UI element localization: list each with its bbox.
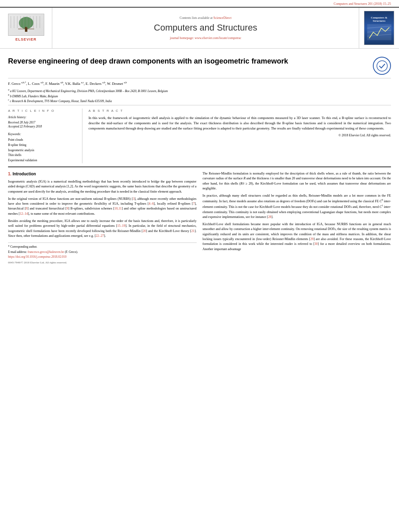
section-title: Introduction [12, 172, 36, 176]
email-label: E-mail address: [8, 250, 28, 254]
accepted-date: Accepted 22 February 2018 [8, 125, 77, 129]
intro-para-3: Besides avoiding the meshing procedure, … [8, 219, 197, 238]
svg-point-0 [19, 17, 33, 29]
email-name: (F. Greco). [65, 250, 78, 254]
article-title: Reverse engineering of deep drawn compon… [8, 57, 373, 66]
journal-cover-image: Computers & Structures [364, 11, 394, 45]
section-number: 1. [8, 172, 11, 176]
introduction-heading: 1. Introduction [8, 171, 197, 177]
journal-header: ELSEVIER Contents lists available at Sci… [0, 7, 399, 49]
svg-point-6 [377, 61, 387, 71]
keyword-4: Thin shells [8, 153, 77, 158]
main-body: 1. Introduction Isogeometric analysis (I… [8, 166, 391, 265]
article-info-header: A R T I C L E I N F O [8, 109, 77, 113]
copyright: © 2018 Elsevier Ltd. All rights reserved… [88, 133, 391, 138]
body-left-column: 1. Introduction Isogeometric analysis (I… [8, 171, 197, 265]
journal-header-center: Contents lists available at ScienceDirec… [52, 8, 359, 48]
right-para-1: The Reissner-Mindlin formulation is norm… [203, 171, 391, 191]
authors-section: F. Greco a,b,*, L. Coox a,b, F. Maurin a… [8, 78, 391, 105]
right-para-3: Kirchhoff-Love shell formulations became… [203, 222, 391, 252]
received-date: Received 28 July 2017 [8, 121, 77, 125]
check-for-updates-badge [373, 57, 391, 75]
footnote-section: * Corresponding author. E-mail address: … [8, 242, 197, 265]
sciencedirect-link[interactable]: ScienceDirect [214, 16, 232, 20]
abstract-text: In this work, the framework of isogeomet… [88, 115, 391, 131]
svg-rect-1 [25, 27, 27, 32]
footnote-email: E-mail address: francesco.greco@kuleuven… [8, 250, 197, 255]
journal-header-left: ELSEVIER [0, 8, 52, 48]
author-names: F. Greco a,b,*, L. Coox a,b, F. Maurin a… [8, 81, 391, 86]
left-column-article-info: A R T I C L E I N F O Article history: R… [8, 109, 82, 163]
elsevier-logo-image [8, 14, 44, 36]
article-content: Reverse engineering of deep drawn compon… [0, 49, 399, 269]
svg-line-3 [367, 26, 391, 28]
keyword-5: Experimental validation [8, 158, 77, 163]
history-label: Article history: [8, 115, 77, 120]
homepage-url[interactable]: www.elsevier.com/locate/compstruc [195, 36, 241, 40]
elsevier-name: ELSEVIER [8, 37, 44, 42]
journal-title: Computers and Structures [154, 22, 257, 34]
intro-para-2: In the original version of IGA these fun… [8, 197, 197, 216]
page: Computers and Structures 201 (2018) 15–2… [0, 0, 399, 532]
keyword-3: Isogeometric analysis [8, 148, 77, 153]
intro-para-1: Isogeometric analysis (IGA) is a numeric… [8, 179, 197, 194]
author-list: F. Greco a,b,*, L. Coox a,b, F. Maurin a… [8, 82, 127, 86]
top-bar: Computers and Structures 201 (2018) 15–2… [0, 0, 399, 7]
science-direct-label: Contents lists available at ScienceDirec… [180, 16, 232, 20]
article-history: Article history: Received 28 July 2017 A… [8, 115, 77, 129]
footer-issn: 0045-7949/© 2018 Elsevier Ltd. All right… [8, 261, 197, 265]
body-right-column: The Reissner-Mindlin formulation is norm… [203, 171, 391, 265]
right-column-abstract: A B S T R A C T In this work, the framew… [88, 109, 391, 163]
doi-link: https://doi.org/10.1016/j.compstruc.2018… [8, 255, 197, 259]
affiliation-a: a a KU Leuven, Department of Mechanical … [8, 88, 391, 93]
doi-anchor[interactable]: https://doi.org/10.1016/j.compstruc.2018… [8, 255, 66, 259]
affiliation-c: c c Research & Development, TVS Motor Co… [8, 98, 391, 103]
affiliations: a a KU Leuven, Department of Mechanical … [8, 88, 391, 103]
article-info-abstract: A R T I C L E I N F O Article history: R… [8, 105, 391, 166]
keyword-2: B-spline fitting [8, 143, 77, 148]
email-link[interactable]: francesco.greco@kuleuven.be [28, 250, 64, 254]
journal-ref: Computers and Structures 201 (2018) 15–2… [334, 2, 391, 6]
journal-homepage: journal homepage: www.elsevier.com/locat… [170, 36, 241, 40]
keywords-section: Keywords: Point clouds B-spline fitting … [8, 132, 77, 163]
journal-header-right: Computers & Structures [359, 8, 399, 48]
footnote-corresponding: * Corresponding author. [8, 245, 197, 249]
keywords-label: Keywords: [8, 132, 77, 137]
affiliation-b: b b DMMS Lab, Flanders Make, Belgium [8, 93, 391, 99]
article-title-section: Reverse engineering of deep drawn compon… [8, 53, 391, 78]
keyword-1: Point clouds [8, 138, 77, 143]
right-para-2: In practice, although many shell structu… [203, 193, 391, 220]
abstract-header: A B S T R A C T [88, 109, 391, 113]
elsevier-logo: ELSEVIER [8, 14, 44, 42]
